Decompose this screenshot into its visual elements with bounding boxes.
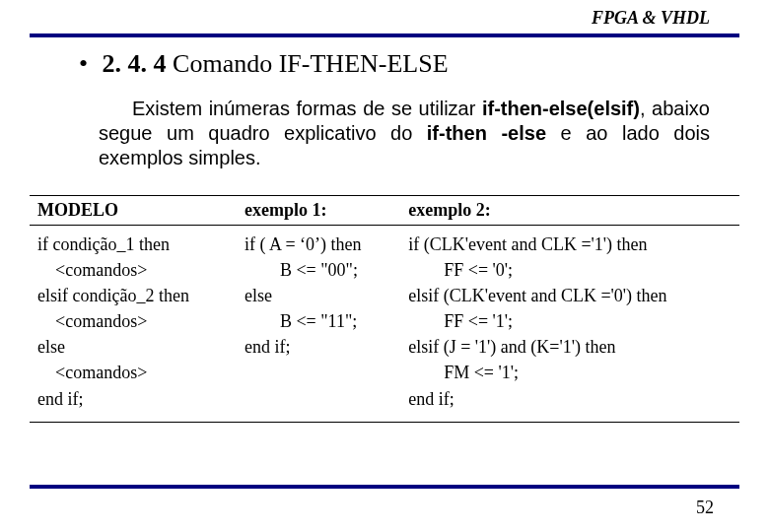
- table-header-row: MODELO exemplo 1: exemplo 2:: [30, 196, 739, 226]
- para-bold-2: if-then -else: [427, 122, 546, 144]
- col-header-exemplo-1: exemplo 1:: [237, 196, 400, 226]
- cell-exemplo-2: if (CLK'event and CLK ='1') then FF <= '…: [400, 226, 739, 423]
- col-header-modelo: MODELO: [30, 196, 237, 226]
- page-number: 52: [696, 498, 714, 518]
- top-rule: [30, 33, 739, 37]
- table-row: if condição_1 then <comandos> elsif cond…: [30, 226, 739, 423]
- section-heading-text: Comando IF-THEN-ELSE: [173, 49, 448, 78]
- body-paragraph: Existem inúmeras formas de se utilizar i…: [99, 97, 710, 170]
- para-lead: Existem inúmeras formas de se utilizar: [132, 98, 482, 119]
- header-label: FPGA & VHDL: [592, 8, 710, 29]
- section-title: • 2. 4. 4 Comando IF-THEN-ELSE: [79, 49, 730, 79]
- para-bold-1: if-then-else(elsif): [482, 98, 640, 119]
- bullet-icon: •: [79, 49, 88, 78]
- col-header-exemplo-2: exemplo 2:: [400, 196, 739, 226]
- examples-table: MODELO exemplo 1: exemplo 2: if condição…: [30, 195, 739, 423]
- slide: FPGA & VHDL • 2. 4. 4 Comando IF-THEN-EL…: [0, 0, 769, 532]
- bottom-rule: [30, 485, 739, 489]
- section-number: 2. 4. 4: [103, 49, 167, 78]
- examples-table-wrap: MODELO exemplo 1: exemplo 2: if condição…: [30, 195, 739, 423]
- cell-modelo: if condição_1 then <comandos> elsif cond…: [30, 226, 237, 423]
- cell-exemplo-1: if ( A = ‘0’) then B <= "00"; else B <= …: [237, 226, 400, 423]
